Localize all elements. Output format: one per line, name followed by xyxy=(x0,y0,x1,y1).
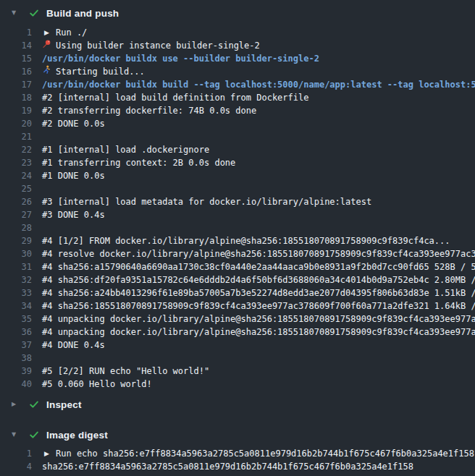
log-line: 40 #5 0.060 Hello world! xyxy=(0,378,475,391)
log-line: 20 #2 DONE 0.0s xyxy=(0,117,475,130)
log-line: 27 #3 DONE 0.4s xyxy=(0,208,475,221)
section-log-lines: 1 ▶Run ./ 14 Using builder instance buil… xyxy=(0,26,475,391)
line-number[interactable]: 19 xyxy=(0,104,32,117)
log-line: 24 #1 DONE 0.0s xyxy=(0,169,475,182)
line-number[interactable]: 33 xyxy=(0,286,32,299)
log-line: 4 sha256:e7ff8834a5963a2785c5a0811e979d1… xyxy=(0,460,475,473)
icon-slot: ▶ xyxy=(42,27,51,38)
line-number[interactable]: 15 xyxy=(0,52,32,65)
line-number[interactable]: 40 xyxy=(0,378,32,391)
log-text: Run echo sha256:e7ff8834a5963a2785c5a081… xyxy=(56,447,474,460)
line-number[interactable]: 14 xyxy=(0,39,32,52)
log-text: #4 [1/2] FROM docker.io/library/alpine@s… xyxy=(42,234,450,247)
log-text: #4 unpacking docker.io/library/alpine@sh… xyxy=(42,326,475,339)
line-number[interactable]: 37 xyxy=(0,339,32,352)
log-text: #4 resolve docker.io/library/alpine@sha2… xyxy=(42,247,475,260)
log-line: 14 Using builder instance builder-single… xyxy=(0,39,475,52)
line-number[interactable]: 27 xyxy=(0,208,32,221)
line-number[interactable]: 29 xyxy=(0,234,32,247)
log-line: 1 ▶Run echo sha256:e7ff8834a5963a2785c5a… xyxy=(0,447,475,460)
section-title: Build and push xyxy=(46,8,119,19)
icon-slot xyxy=(42,67,51,77)
play-icon[interactable]: ▶ xyxy=(44,451,49,457)
log-text: #5 0.060 Hello world! xyxy=(42,378,152,391)
log-line: 37 #4 DONE 0.4s xyxy=(0,339,475,352)
log-text: #5 [2/2] RUN echo "Hello world!" xyxy=(42,365,209,378)
actions-log-viewer: ▼ Build and push 1 ▶Run ./ 14 Using buil… xyxy=(0,0,475,476)
log-line: 25 xyxy=(0,182,475,195)
log-section-inspect: ▶ Inspect xyxy=(0,391,475,418)
section-header[interactable]: ▼ Build and push xyxy=(0,0,475,26)
log-text: #4 sha256:a15790640a6690aa1730c38cf0a440… xyxy=(42,260,475,273)
line-number[interactable]: 4 xyxy=(0,460,32,473)
log-text: #4 sha256:a24bb4013296f61e89ba57005a7b3e… xyxy=(42,286,475,299)
log-text: sha256:e7ff8834a5963a2785c5a0811e979d16b… xyxy=(42,460,413,473)
log-text: Starting build... xyxy=(56,65,145,78)
line-number[interactable]: 18 xyxy=(0,91,32,104)
section-title: Image digest xyxy=(46,430,108,441)
log-line: 34 #4 sha256:185518070891758909c9f839cf4… xyxy=(0,299,475,313)
log-text: /usr/bin/docker buildx build --tag local… xyxy=(42,78,475,91)
line-number[interactable]: 28 xyxy=(0,221,32,234)
line-number[interactable]: 17 xyxy=(0,78,32,91)
log-text: #3 [internal] load metadata for docker.i… xyxy=(42,195,371,208)
log-text: /usr/bin/docker buildx use --builder bui… xyxy=(42,52,319,65)
icon-slot xyxy=(42,41,51,51)
log-line: 22 #1 [internal] load .dockerignore xyxy=(0,143,475,156)
check-icon xyxy=(28,399,40,410)
collapse-toggle-icon[interactable]: ▼ xyxy=(12,432,19,438)
line-number[interactable]: 32 xyxy=(0,273,32,286)
line-number[interactable]: 21 xyxy=(0,130,32,143)
log-text: #1 DONE 0.0s xyxy=(42,169,105,182)
line-number[interactable]: 1 xyxy=(0,447,32,460)
check-icon xyxy=(28,429,40,441)
line-number[interactable]: 30 xyxy=(0,247,32,260)
section-log-lines: 1 ▶Run echo sha256:e7ff8834a5963a2785c5a… xyxy=(0,447,475,473)
line-number[interactable]: 23 xyxy=(0,156,32,169)
line-number[interactable]: 25 xyxy=(0,182,32,195)
log-line: 18 #2 [internal] load build definition f… xyxy=(0,91,475,104)
log-line: 16 Starting build... xyxy=(0,65,475,78)
section-title: Inspect xyxy=(46,399,82,410)
log-line: 35 #4 unpacking docker.io/library/alpine… xyxy=(0,313,475,326)
log-line: 30 #4 resolve docker.io/library/alpine@s… xyxy=(0,247,475,260)
log-line: 38 xyxy=(0,352,475,365)
play-icon[interactable]: ▶ xyxy=(44,30,49,36)
line-number[interactable]: 36 xyxy=(0,326,32,339)
section-header[interactable]: ▶ Inspect xyxy=(0,391,475,418)
line-number[interactable]: 16 xyxy=(0,65,32,78)
log-text: Run ./ xyxy=(56,26,87,39)
log-line: 15 /usr/bin/docker buildx use --builder … xyxy=(0,52,475,65)
log-text: #4 unpacking docker.io/library/alpine@sh… xyxy=(42,313,475,326)
line-number[interactable]: 31 xyxy=(0,260,32,273)
log-text: #2 transferring dockerfile: 74B 0.0s don… xyxy=(42,104,256,117)
log-section-image-digest: ▼ Image digest 1 ▶Run echo sha256:e7ff88… xyxy=(0,422,475,473)
log-line: 36 #4 unpacking docker.io/library/alpine… xyxy=(0,326,475,339)
log-text: #4 sha256:df20fa9351a15782c64e6dddb2d4a6… xyxy=(42,273,475,286)
log-text: Using builder instance builder-single-2 xyxy=(56,39,260,52)
line-number[interactable]: 39 xyxy=(0,365,32,378)
line-number[interactable]: 38 xyxy=(0,352,32,365)
icon-slot: ▶ xyxy=(42,449,51,459)
log-text: #3 DONE 0.4s xyxy=(42,208,105,221)
collapse-toggle-icon[interactable]: ▼ xyxy=(12,10,19,16)
section-header[interactable]: ▼ Image digest xyxy=(0,422,475,447)
line-number[interactable]: 1 xyxy=(0,26,32,39)
log-line: 19 #2 transferring dockerfile: 74B 0.0s … xyxy=(0,104,475,117)
log-text: #1 [internal] load .dockerignore xyxy=(42,143,209,156)
log-line: 26 #3 [internal] load metadata for docke… xyxy=(0,195,475,208)
log-text: #4 sha256:185518070891758909c9f839cf4ca3… xyxy=(42,299,475,313)
line-number[interactable]: 26 xyxy=(0,195,32,208)
line-number[interactable]: 20 xyxy=(0,117,32,130)
line-number[interactable]: 34 xyxy=(0,299,32,313)
line-number[interactable]: 35 xyxy=(0,313,32,326)
log-line: 32 #4 sha256:df20fa9351a15782c64e6dddb2d… xyxy=(0,273,475,286)
line-number[interactable]: 22 xyxy=(0,143,32,156)
log-line: 21 xyxy=(0,130,475,143)
log-text: #2 [internal] load build definition from… xyxy=(42,91,308,104)
collapse-toggle-icon[interactable]: ▶ xyxy=(12,401,19,407)
log-line: 39 #5 [2/2] RUN echo "Hello world!" xyxy=(0,365,475,378)
log-line: 23 #1 transferring context: 2B 0.0s done xyxy=(0,156,475,169)
line-number[interactable]: 24 xyxy=(0,169,32,182)
log-text: #4 DONE 0.4s xyxy=(42,339,105,352)
